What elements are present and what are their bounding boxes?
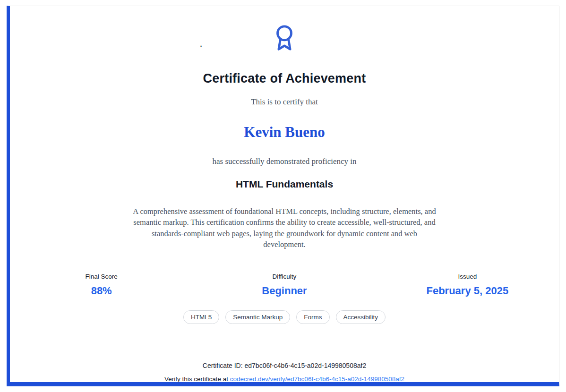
tag-accessibility: Accessibility	[336, 310, 386, 324]
certificate-footer: Certificate ID: ed7bc06f-c4b6-4c15-a02d-…	[164, 362, 404, 383]
verify-line: Verify this certificate at codecred.dev/…	[164, 375, 404, 383]
stat-final-score: Final Score 88%	[10, 273, 193, 297]
verify-link[interactable]: codecred.dev/verify/ed7bc06f-c4b6-4c15-a…	[230, 375, 404, 383]
stat-value-difficulty: Beginner	[193, 285, 376, 297]
stat-issued: Issued February 5, 2025	[376, 273, 559, 297]
certificate-id-line: Certificate ID: ed7bc06f-c4b6-4c15-a02d-…	[164, 362, 404, 369]
stat-label-final-score: Final Score	[10, 273, 193, 280]
award-ribbon-icon	[271, 24, 298, 51]
tag-forms: Forms	[296, 310, 329, 324]
certificate-description: A comprehensive assessment of foundation…	[132, 206, 437, 250]
stats-row: Final Score 88% Difficulty Beginner Issu…	[10, 273, 559, 297]
recipient-name: Kevin Bueno	[244, 124, 325, 141]
stat-label-difficulty: Difficulty	[193, 273, 376, 280]
certify-line: This is to certify that	[251, 97, 318, 107]
certificate-card: . Certificate of Achievement This is to …	[7, 6, 559, 386]
stat-label-issued: Issued	[376, 273, 559, 280]
course-title: HTML Fundamentals	[236, 179, 333, 190]
verify-prefix: Verify this certificate at	[164, 375, 228, 383]
certificate-id-label: Certificate ID:	[203, 362, 243, 369]
tags-row: HTML5 Semantic Markup Forms Accessibilit…	[183, 310, 386, 324]
certificate-id-value: ed7bc06f-c4b6-4c15-a02d-149980508af2	[245, 362, 367, 369]
stat-value-final-score: 88%	[10, 285, 193, 297]
stat-difficulty: Difficulty Beginner	[193, 273, 376, 297]
proficiency-line: has successfully demonstrated proficienc…	[213, 157, 357, 166]
stray-period-mark: .	[200, 38, 202, 49]
tag-semantic-markup: Semantic Markup	[225, 310, 290, 324]
certificate-title: Certificate of Achievement	[203, 71, 366, 86]
tag-html5: HTML5	[183, 310, 219, 324]
stat-value-issued: February 5, 2025	[376, 285, 559, 297]
